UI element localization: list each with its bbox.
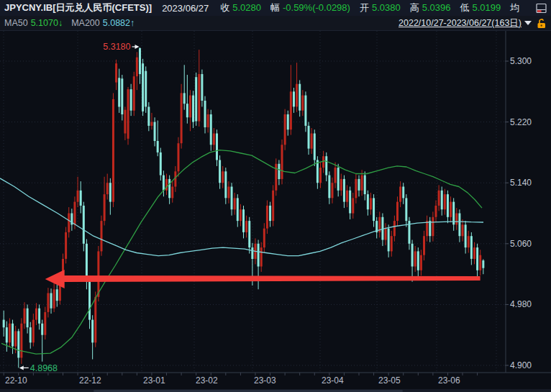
change-label: 幅	[270, 2, 280, 13]
svg-text:23-02: 23-02	[196, 375, 218, 386]
change-field: 幅-0.59%(-0.0298)	[270, 1, 350, 14]
avg-label: 均	[510, 1, 519, 14]
svg-text:23-06: 23-06	[438, 375, 460, 386]
close-value: 5.0280	[232, 2, 261, 13]
high-field: 高5.0396	[410, 1, 451, 14]
ma50-label[interactable]: MA50	[4, 18, 28, 28]
open-field: 开5.0380	[360, 1, 401, 14]
low-field: 低5.0199	[460, 1, 501, 14]
horizontal-scrollbar[interactable]	[0, 389, 551, 392]
chart-area[interactable]: 5.3005.2205.1405.0604.9804.90022-1022-12…	[0, 31, 551, 392]
ma200-label[interactable]: MA200	[71, 18, 100, 28]
svg-text:23-04: 23-04	[322, 375, 344, 386]
close-field: 收5.0280	[220, 1, 261, 14]
high-value: 5.0396	[422, 2, 451, 13]
ma200-value: 5.0882↑	[103, 18, 135, 28]
lock-icon[interactable]	[537, 18, 547, 29]
ma50-value: 5.1070↓	[31, 18, 63, 28]
svg-text:5.220: 5.220	[510, 117, 532, 127]
quote-date: 2023/06/27	[162, 3, 209, 14]
svg-text:23-01: 23-01	[143, 375, 165, 386]
svg-text:22-12: 22-12	[79, 375, 101, 386]
svg-text:5.140: 5.140	[510, 178, 532, 188]
symbol-title[interactable]: JPYCNY.IB[日元兑人民币(CFETS)]	[4, 1, 152, 14]
chevron-down-icon[interactable]	[524, 21, 532, 25]
high-label: 高	[410, 2, 419, 13]
chart-panel-icon[interactable]	[536, 3, 547, 14]
svg-text:23-03: 23-03	[254, 375, 276, 386]
svg-text:4.8968: 4.8968	[30, 363, 58, 373]
open-label: 开	[360, 2, 369, 13]
svg-text:4.900: 4.900	[510, 360, 532, 370]
indicator-bar: MA50 5.1070↓ MA200 5.0882↑ 2022/10/27-20…	[0, 16, 551, 31]
close-label: 收	[220, 2, 229, 13]
svg-text:22-10: 22-10	[5, 375, 27, 386]
svg-text:4.980: 4.980	[510, 299, 532, 309]
svg-text:23-05: 23-05	[378, 375, 401, 386]
low-value: 5.0199	[472, 2, 501, 13]
date-range-selector[interactable]: 2022/10/27-2023/06/27(163日)	[399, 17, 522, 29]
trading-chart-window: JPYCNY.IB[日元兑人民币(CFETS)] 2023/06/27 收5.0…	[0, 0, 551, 392]
svg-text:5.3180: 5.3180	[103, 42, 130, 52]
open-value: 5.0380	[372, 2, 401, 13]
svg-text:5.300: 5.300	[510, 56, 532, 66]
quote-header: JPYCNY.IB[日元兑人民币(CFETS)] 2023/06/27 收5.0…	[0, 0, 551, 16]
change-value: -0.59%(-0.0298)	[283, 2, 350, 13]
svg-text:5.060: 5.060	[510, 239, 532, 249]
low-label: 低	[460, 2, 469, 13]
candlestick-chart[interactable]: 5.3005.2205.1405.0604.9804.90022-1022-12…	[0, 31, 551, 392]
